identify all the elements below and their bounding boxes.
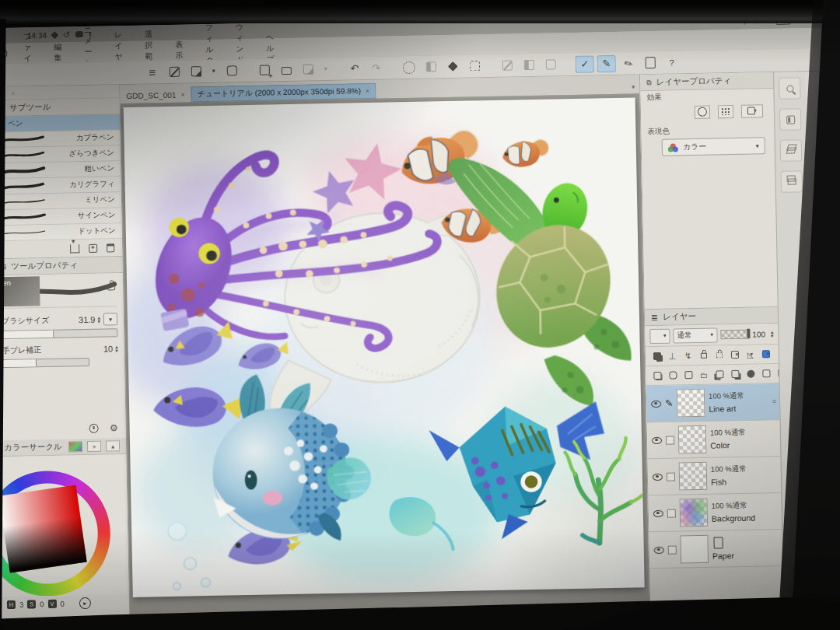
- transfer-layer-icon[interactable]: [714, 369, 724, 379]
- export-chevron-icon[interactable]: ▾: [320, 60, 331, 77]
- timelapse-icon[interactable]: [222, 62, 241, 79]
- help-icon[interactable]: ?: [663, 54, 681, 71]
- color-set-tab-icon[interactable]: ▲: [106, 440, 120, 451]
- lock-icon[interactable]: [107, 284, 115, 290]
- tab-list-chevron-icon[interactable]: ▾: [632, 83, 635, 90]
- drawing-canvas[interactable]: [124, 97, 645, 597]
- menu-filter[interactable]: フィルター: [195, 45, 226, 55]
- clip-to-layer-icon[interactable]: [652, 352, 662, 361]
- snap-pen-icon[interactable]: ✓: [576, 55, 594, 72]
- layer-select-checkbox[interactable]: [667, 509, 676, 517]
- brush-size-value[interactable]: 31.9: [79, 315, 96, 324]
- color-slider-tab-icon[interactable]: ≡: [87, 441, 101, 452]
- undo-icon[interactable]: ↶: [345, 60, 364, 77]
- ruler-range-icon[interactable]: ◺▾: [745, 350, 755, 359]
- layer-menu-icon[interactable]: ≡: [772, 397, 776, 405]
- close-tab-icon[interactable]: ×: [180, 91, 184, 99]
- quick-access-icon[interactable]: [641, 54, 660, 71]
- lock-alpha-icon[interactable]: [714, 350, 724, 359]
- search-icon[interactable]: [779, 77, 801, 100]
- menu-view[interactable]: 表示: [165, 45, 195, 55]
- reference-layer-icon[interactable]: ↯: [683, 351, 693, 360]
- stabilization-spinner[interactable]: ▴▾: [115, 345, 118, 352]
- enable-mask-icon[interactable]: ▾: [730, 350, 740, 359]
- menu-file[interactable]: ファイル: [13, 48, 44, 58]
- open-file-icon[interactable]: [277, 61, 296, 78]
- saturation-value-square[interactable]: [0, 485, 87, 573]
- layer-select-checkbox[interactable]: [666, 436, 674, 444]
- layers-tab-icon[interactable]: [780, 170, 803, 193]
- invert-selection-icon[interactable]: [520, 56, 538, 73]
- layer-row-paper[interactable]: Paper: [649, 530, 782, 569]
- color-mode-toggle-icon[interactable]: ▸: [79, 597, 91, 608]
- opacity-value[interactable]: 100: [752, 330, 765, 338]
- tab-gdd-sc-001[interactable]: GDD_SC_001×: [120, 86, 191, 103]
- layer-select-checkbox[interactable]: [667, 472, 675, 481]
- layer-color-chip-icon[interactable]: ▾: [761, 349, 771, 359]
- fill-icon[interactable]: [443, 58, 462, 75]
- paste-icon[interactable]: [422, 58, 440, 75]
- menu-help[interactable]: ヘルプ: [256, 44, 286, 54]
- new-vector-layer-icon[interactable]: [667, 370, 677, 380]
- canvas-workspace[interactable]: [121, 93, 650, 623]
- color-wheel-tab-icon[interactable]: [68, 441, 82, 452]
- expression-color-dropdown[interactable]: カラー ▾: [662, 137, 765, 156]
- blend-mode-dropdown[interactable]: 通常 ▾: [673, 327, 717, 343]
- lock-layer-icon[interactable]: [698, 351, 709, 360]
- export-icon[interactable]: [299, 61, 317, 78]
- tool-chevron-icon[interactable]: ▾: [208, 62, 219, 79]
- mask-icon[interactable]: [761, 369, 771, 378]
- brush-tool-icon[interactable]: ✎: [597, 54, 616, 72]
- ruler-icon[interactable]: ⊥: [667, 351, 677, 360]
- edit-line-icon[interactable]: ✎: [616, 51, 641, 75]
- opacity-spinner[interactable]: ▴▾: [771, 330, 774, 338]
- visibility-eye-icon[interactable]: [653, 509, 663, 516]
- menu-animation[interactable]: アニメーション: [74, 47, 104, 58]
- tool-switch-icon[interactable]: [187, 63, 205, 80]
- delete-subtool-icon[interactable]: [107, 243, 114, 252]
- brush-size-source-button[interactable]: ▾: [103, 313, 117, 325]
- assist-icon[interactable]: ?: [0, 47, 8, 60]
- collapse-icon[interactable]: «: [0, 89, 1, 97]
- layer-color-effect-icon[interactable]: ▾: [741, 104, 763, 118]
- brush-size-spinner[interactable]: ▴▾: [97, 316, 100, 324]
- visibility-eye-icon[interactable]: [651, 400, 661, 407]
- layer-select-checkbox[interactable]: [668, 545, 677, 554]
- navigator-icon[interactable]: [779, 108, 802, 131]
- selection-border-icon[interactable]: [541, 56, 560, 73]
- visibility-eye-icon[interactable]: [653, 473, 663, 480]
- close-tab-icon[interactable]: ×: [366, 87, 369, 95]
- import-subtool-icon[interactable]: [70, 244, 79, 253]
- redo-icon[interactable]: ↷: [367, 59, 386, 76]
- menu-window[interactable]: ウィンドウ: [226, 44, 256, 54]
- history-icon[interactable]: [89, 424, 99, 433]
- rotate-canvas-icon[interactable]: [165, 63, 184, 80]
- opacity-slider[interactable]: [720, 330, 749, 340]
- visibility-eye-icon[interactable]: [652, 436, 662, 443]
- new-raster-layer-icon[interactable]: [652, 371, 662, 380]
- copy-subtool-icon[interactable]: [89, 243, 97, 252]
- merge-down-icon[interactable]: [730, 369, 740, 379]
- flatten-icon[interactable]: [745, 369, 755, 379]
- new-layer-settings-icon[interactable]: [683, 370, 693, 380]
- layer-property-tab-icon[interactable]: [780, 139, 803, 162]
- menu-selection[interactable]: 選択範囲: [135, 46, 165, 56]
- wrench-icon[interactable]: ⚙: [110, 422, 118, 433]
- brush-size-slider[interactable]: [2, 328, 117, 339]
- border-effect-icon[interactable]: [695, 105, 710, 118]
- menu-layer[interactable]: レイヤー: [104, 47, 135, 57]
- palette-color-dropdown[interactable]: ▾: [649, 328, 670, 343]
- layer-row-color[interactable]: 100 %通常 Color: [647, 420, 781, 459]
- deselect-icon[interactable]: [498, 57, 516, 74]
- main-menu-icon[interactable]: ≡: [143, 64, 162, 81]
- layer-row-background[interactable]: 100 %通常 Background: [648, 493, 782, 532]
- stabilization-value[interactable]: 10: [103, 344, 113, 353]
- crop-icon[interactable]: [465, 58, 484, 75]
- back-icon[interactable]: ‹: [12, 89, 14, 97]
- stabilization-slider[interactable]: [2, 358, 89, 368]
- tone-effect-icon[interactable]: [718, 105, 733, 118]
- layer-row-line-art[interactable]: ✎ 100 %通常 Line art ≡: [646, 383, 780, 422]
- new-file-icon[interactable]: [255, 61, 274, 79]
- new-folder-icon[interactable]: 🗀: [698, 370, 709, 380]
- visibility-eye-icon[interactable]: [654, 546, 664, 553]
